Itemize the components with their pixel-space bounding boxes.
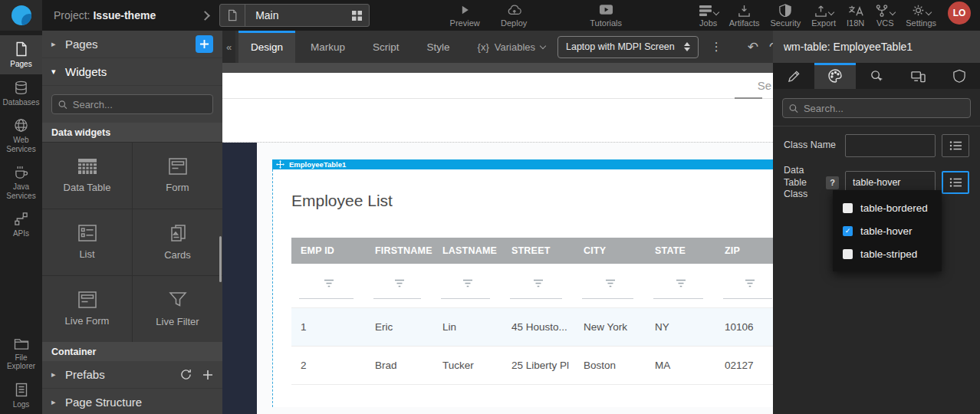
- preview-button[interactable]: Preview: [440, 4, 489, 28]
- tab-styles[interactable]: [814, 63, 856, 89]
- vcs-branch-icon: [875, 5, 889, 17]
- column-header[interactable]: ZIP: [715, 238, 773, 264]
- checkbox-unchecked-icon[interactable]: [843, 249, 853, 259]
- widget-tile-form[interactable]: Form: [133, 143, 222, 209]
- page-tab-main[interactable]: Main: [219, 4, 370, 27]
- table-row[interactable]: 1 Eric Lin 45 Housto... New York NY 1010…: [291, 308, 773, 347]
- tab-script[interactable]: Script: [360, 31, 412, 63]
- column-filter[interactable]: [715, 264, 773, 308]
- canvas-app-left-nav: [222, 143, 257, 414]
- column-filter[interactable]: [502, 264, 574, 308]
- variables-label: Variables: [495, 41, 535, 53]
- device-selector[interactable]: Laptop with MDPI Screen: [557, 36, 699, 58]
- logo-cell[interactable]: [0, 0, 42, 31]
- security-menu[interactable]: Security: [765, 2, 806, 29]
- widget-tile-data-table[interactable]: Data Table: [42, 143, 132, 209]
- page-tab-label: Main: [245, 9, 344, 21]
- preview-label: Preview: [450, 18, 480, 28]
- undo-button[interactable]: ↶: [748, 39, 758, 55]
- option-table-striped[interactable]: table-striped: [833, 242, 942, 265]
- globe-icon: [14, 118, 28, 133]
- sidebar-item-databases[interactable]: Databases: [0, 74, 42, 113]
- filter-input-underline: [373, 298, 421, 299]
- widget-tile-label: Data Table: [64, 182, 111, 193]
- tutorials-button[interactable]: Tutorials: [581, 4, 630, 28]
- table-row[interactable]: 2 Brad Tucker 25 Liberty Pl Boston MA 02…: [291, 347, 773, 385]
- cell-city: New York: [574, 308, 646, 347]
- tab-markup[interactable]: Markup: [298, 31, 357, 63]
- column-header[interactable]: STATE: [646, 238, 715, 264]
- column-header[interactable]: STREET: [502, 238, 574, 264]
- property-search-input[interactable]: [804, 103, 964, 114]
- settings-menu[interactable]: Settings: [900, 2, 942, 29]
- tab-style[interactable]: Style: [415, 31, 462, 63]
- project-label: Project:Issue-theme: [54, 9, 156, 21]
- widget-search-input[interactable]: [73, 99, 206, 110]
- tab-devices[interactable]: [897, 63, 939, 89]
- artifacts-button[interactable]: Artifacts: [724, 2, 765, 29]
- add-page-button[interactable]: [196, 35, 213, 53]
- option-table-hover[interactable]: ✓ table-hover: [833, 219, 942, 242]
- column-header[interactable]: FIRSTNAME: [366, 238, 433, 264]
- column-header[interactable]: LASTNAME: [433, 238, 502, 264]
- tab-security[interactable]: [939, 63, 980, 89]
- class-name-input[interactable]: [845, 134, 936, 157]
- option-table-bordered[interactable]: table-bordered: [833, 196, 942, 219]
- i18n-button[interactable]: I18N: [841, 2, 870, 29]
- column-filter[interactable]: [646, 264, 715, 308]
- add-prefab-icon[interactable]: [202, 370, 213, 380]
- class-name-picker-button[interactable]: [942, 134, 969, 157]
- page-structure-section-header[interactable]: ▸ Page Structure: [42, 389, 222, 414]
- vcs-menu[interactable]: VCS: [870, 2, 900, 29]
- sidebar-item-apis[interactable]: APIs: [0, 205, 42, 244]
- canvas-more-menu[interactable]: ⋮: [711, 40, 722, 54]
- sidebar-item-java-services[interactable]: Java Services: [0, 159, 42, 205]
- property-search-box[interactable]: [782, 98, 971, 118]
- design-canvas[interactable]: Se EmployeeTable1 Employee List: [222, 63, 773, 414]
- checkbox-unchecked-icon[interactable]: [843, 203, 853, 213]
- pages-section-header[interactable]: ▸ Pages: [42, 31, 222, 58]
- widget-selection-bar[interactable]: EmployeeTable1: [272, 159, 773, 169]
- widget-tile-list[interactable]: List: [42, 209, 132, 275]
- cell-lastname: Tucker: [433, 347, 502, 385]
- refresh-icon[interactable]: [180, 369, 192, 380]
- column-filter[interactable]: [433, 264, 502, 308]
- cell-state: MA: [646, 347, 715, 385]
- widget-tile-cards[interactable]: Cards: [133, 209, 222, 275]
- prefabs-section-header[interactable]: ▸ Prefabs: [42, 361, 222, 389]
- tab-properties[interactable]: [773, 63, 814, 89]
- data-table-class-picker-button[interactable]: [942, 171, 969, 194]
- widgets-section-header[interactable]: ▾ Widgets: [42, 58, 222, 86]
- variables-button[interactable]: {x} Variables: [478, 41, 545, 53]
- export-menu[interactable]: Export: [806, 2, 841, 29]
- help-badge[interactable]: ?: [826, 176, 839, 189]
- column-filter[interactable]: [366, 264, 433, 308]
- security-label: Security: [770, 18, 801, 28]
- pages-grid-icon[interactable]: [344, 11, 369, 21]
- caret-down-icon: ▾: [51, 67, 61, 77]
- canvas-app-header-link[interactable]: Se: [758, 79, 771, 92]
- sidebar-item-pages[interactable]: Pages: [0, 35, 42, 74]
- sidebar-item-web-services[interactable]: Web Services: [0, 112, 42, 159]
- collapse-left-panel-button[interactable]: «: [222, 31, 235, 63]
- user-avatar[interactable]: LO: [948, 2, 971, 25]
- right-panel-tabs: [773, 63, 980, 89]
- left-panel-scrollbar[interactable]: [219, 236, 222, 282]
- checkbox-checked-icon[interactable]: ✓: [843, 226, 853, 236]
- sidebar-item-logs[interactable]: Logs: [0, 376, 42, 414]
- variables-braces-icon: {x}: [478, 41, 489, 53]
- deploy-button[interactable]: Deploy: [489, 4, 538, 28]
- tab-inspect[interactable]: [856, 63, 897, 89]
- column-header[interactable]: CITY: [574, 238, 646, 264]
- sidebar-item-file-explorer[interactable]: File Explorer: [0, 331, 42, 376]
- list-picker-icon: [949, 177, 962, 188]
- column-header[interactable]: EMP ID: [291, 238, 366, 264]
- widget-tile-live-form[interactable]: Live Form: [42, 276, 132, 342]
- column-filter[interactable]: [574, 264, 646, 308]
- tab-design[interactable]: Design: [238, 31, 295, 63]
- widget-tile-live-filter[interactable]: Live Filter: [133, 276, 222, 342]
- jobs-menu[interactable]: Jobs: [693, 2, 724, 29]
- employee-table-widget[interactable]: EmployeeTable1 Employee List EMP ID FIRS…: [272, 159, 773, 407]
- column-filter[interactable]: [291, 264, 366, 308]
- widget-search-box[interactable]: [51, 94, 213, 114]
